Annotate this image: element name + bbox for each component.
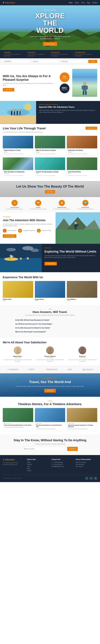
nav-home[interactable]: Home <box>69 2 73 4</box>
footer-quick-links-title: Quick Links <box>27 458 49 460</box>
newsletter-email-input[interactable] <box>22 447 66 451</box>
search-button[interactable]: Search <box>88 60 97 63</box>
logo-0: 🔗 travelport <box>7 368 18 370</box>
footer-link-blog[interactable]: Blog <box>27 468 49 469</box>
about-btn[interactable]: Learn More <box>3 88 14 92</box>
instagram-icon[interactable]: in <box>94 477 97 480</box>
blog-section: Our Blog Timeless Stories, For A Timeles… <box>0 397 100 434</box>
beauty-join-button[interactable]: Join Now <box>45 190 55 194</box>
travel-card-3: View The Nature In Switzerland Switzerla… <box>3 158 33 178</box>
newsletter-subscribe-button[interactable]: Subscribe <box>67 447 78 451</box>
travel-card-img-3 <box>3 158 33 170</box>
team-card-2: Doug Lee Coordinator Lorem ipsum dolor s… <box>68 346 97 362</box>
footer-link-about[interactable]: About Us <box>27 464 49 465</box>
svg-rect-13 <box>11 111 12 115</box>
nav-tours[interactable]: Tours <box>81 2 85 4</box>
exp-card-role-1: Traveler <box>35 300 65 301</box>
svg-point-11 <box>7 109 29 116</box>
travel-header-row: Live Your Life Through Travel Lorem ipsu… <box>3 126 97 133</box>
offer-title: Special Offer On Adventure Tours <box>39 106 97 108</box>
blog-card-title-2: Start From Summer Inspired At A Timeless… <box>68 424 96 428</box>
checkin-input[interactable] <box>31 60 59 63</box>
service-title-0: Self Guide <box>4 52 25 53</box>
newsletter-form: Subscribe <box>22 447 78 451</box>
avatar-svg-1 <box>46 346 54 354</box>
nav-about[interactable]: About <box>75 2 79 4</box>
logo-3: zoho <box>67 368 72 370</box>
faq-subtitle: Lorem ipsum dolor sit amet, consectetur … <box>3 314 97 316</box>
exploring-desc: Lorem ipsum dolor sit amet, consectetur … <box>45 255 97 258</box>
facebook-icon[interactable]: f <box>85 477 88 480</box>
exploring-section: What We Do Exploring The World Without L… <box>0 244 100 272</box>
nav-contact[interactable]: Contact <box>93 2 97 4</box>
stat-num-1: 15+ <box>63 76 66 78</box>
view-all-tours-button[interactable]: View All Tours <box>86 126 97 130</box>
adventure-btn[interactable]: Join Adventure <box>3 234 16 238</box>
hero-cta-button[interactable]: Explore Now <box>43 42 57 46</box>
twitter-icon[interactable]: t <box>90 477 93 480</box>
faq-item-0[interactable]: Do We Offer Off-Peak Travel Discounts Fo… <box>15 318 85 322</box>
experience-title: Experience The World With Us <box>3 276 97 279</box>
divider-banner: Let Us Show You The Beauty Of The World … <box>0 181 100 197</box>
exp-card-1: James Brown Traveler <box>35 281 65 301</box>
svg-point-12 <box>24 103 31 110</box>
checkout-input[interactable] <box>60 60 87 63</box>
cta-btn[interactable]: Join Now <box>44 389 55 392</box>
faq-item-2[interactable]: Do You Offer Discounts For Florida For Y… <box>15 326 85 330</box>
experience-section: Experience The World With Us Charlie Kei… <box>0 272 100 305</box>
team-desc-0: Lorem ipsum dolor sit amet consectetur a… <box>3 359 32 362</box>
travel-card-sub-5: Paris <box>68 173 96 174</box>
travel-cards-grid: Explore Beauty of Turkey Turkey Lorem ip… <box>0 134 100 180</box>
blog-card-title-1: The Top 10 Destinations You Should Visit… <box>36 424 64 428</box>
blog-card-body-1: April 5, 2024 The Top 10 Destinations Yo… <box>35 422 65 431</box>
travel-card-title-3: View The Nature In Switzerland <box>4 171 32 173</box>
footer-social: f t in <box>85 477 97 480</box>
svg-point-31 <box>77 224 78 226</box>
blog-card-desc-2: Lorem ipsum dolor sit amet consectetur. <box>68 428 96 430</box>
footer: ✈ Adventour Lorem ipsum dolor sit amet c… <box>0 455 100 482</box>
exp-card-name-1: James Brown <box>35 298 65 300</box>
mini-feat-label-0: Custom Itineraries <box>7 230 16 231</box>
feature-desc-3: Lorem ipsum dolor sit amet consectetur. <box>74 208 97 210</box>
footer-link-tours[interactable]: Tours <box>27 466 49 467</box>
feature-icon-1: 🗺 <box>35 200 41 206</box>
team-avatar-1 <box>46 346 54 354</box>
destination-input[interactable] <box>3 60 30 63</box>
blog-card-img-2 <box>67 408 97 422</box>
travel-section-title: Live Your Life Through Travel <box>3 126 46 130</box>
faq-item-1[interactable]: Our Off-Peak Travel Discounts For Your F… <box>15 322 85 326</box>
travel-card-desc-4: Lorem ipsum dolor sit amet consectetur. <box>36 175 64 176</box>
exploring-tag: What We Do <box>45 247 97 249</box>
travel-card-sub-2: Maldives <box>68 152 96 153</box>
faq-question-1: Our Off-Peak Travel Discounts For Your F… <box>15 323 85 325</box>
travel-section-text: Live Your Life Through Travel Lorem ipsu… <box>3 126 46 133</box>
travel-card-desc-1: Lorem ipsum dolor sit amet consectetur. <box>36 153 64 155</box>
logo-brand-icon: ⚡ <box>45 369 46 370</box>
satisfaction-section: We're All About Your Satisfaction Maria … <box>0 337 100 366</box>
logo-4: logo ipsum <box>82 368 93 370</box>
team-name-1: Thomas Johnson <box>35 356 65 357</box>
hero-subtitle: Lorem ipsum dolor sit amet, consectetur … <box>29 35 71 40</box>
svg-point-51 <box>81 348 84 351</box>
svg-rect-8 <box>85 91 87 95</box>
footer-hours-title: Hours & Reservation <box>76 458 97 460</box>
footer-link-home[interactable]: Home <box>27 462 49 463</box>
travel-card-body-1: Walk On The Street In Sweden Sweden Lore… <box>35 148 65 156</box>
svg-point-16 <box>14 110 15 112</box>
newsletter-desc: Lorem ipsum dolor sit amet, consectetur … <box>3 443 97 445</box>
faq-item-3[interactable]: What Is Your Most Popular Travel Destina… <box>15 330 85 334</box>
blog-title: Timeless Stories, For A Timeless Adventu… <box>3 402 97 406</box>
footer-link-contact[interactable]: Contact <box>27 470 49 471</box>
service-title-1: Back Packer <box>28 52 49 53</box>
nav-blog[interactable]: Blog <box>87 2 90 4</box>
adventure-image <box>55 212 100 244</box>
exploring-btn[interactable]: Explore Now <box>45 262 57 266</box>
avatar-svg-0 <box>14 346 22 354</box>
about-stats: 15+ Years Experience 60K+ Happy Clients <box>60 72 69 93</box>
exploring-scene-svg <box>0 244 42 272</box>
exp-card-img-1 <box>35 281 65 298</box>
mini-features: 🎯 Custom Itineraries ⭐ Unforgettable Exp… <box>3 229 53 232</box>
svg-point-27 <box>74 222 77 224</box>
divider-title: Let Us Show You The Beauty Of The World <box>3 184 97 188</box>
mini-feat-icon-0: 🎯 <box>3 229 7 232</box>
